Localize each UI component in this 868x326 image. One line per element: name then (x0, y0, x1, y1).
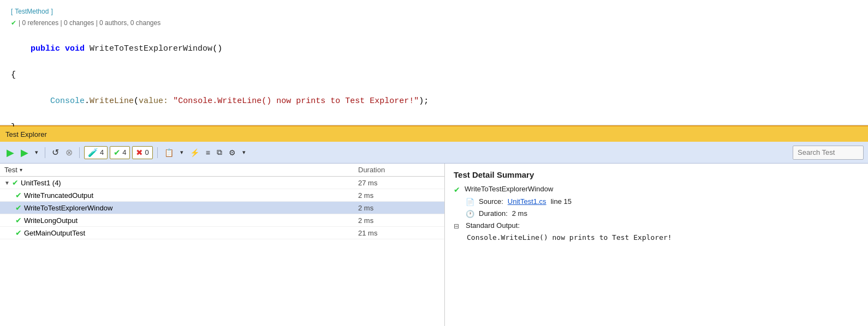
detail-duration-value: 2 ms (512, 209, 527, 218)
flask-count-button[interactable]: 🧪 4 (84, 146, 108, 159)
test-column-header[interactable]: Test ▾ (4, 166, 358, 174)
separator-3 (157, 147, 158, 158)
detail-status-icon: ✔ (454, 185, 460, 194)
code-body: Console.WriteLine(value: "Console.WriteL… (11, 82, 857, 121)
test-tree-pane: Test ▾ Duration ▼ ✔ UnitTest1 (4) 27 ms … (0, 164, 445, 326)
fail-count-button[interactable]: ✖ 0 (132, 146, 152, 159)
check-count-icon: ✔ (114, 148, 121, 158)
attribute-bracket-open: [ (11, 7, 13, 17)
gear-button[interactable]: ⚙ (227, 147, 238, 158)
playlist-dropdown[interactable]: ▾ (178, 148, 186, 157)
status-icon: ✔ (15, 191, 22, 200)
cancel-button[interactable]: ⊗ (63, 146, 75, 159)
detail-source-icon: 📄 (466, 198, 474, 206)
detail-test-name: WriteToTestExplorerWindow (465, 185, 553, 193)
run-button[interactable]: ▶ (19, 146, 31, 160)
tree-row[interactable]: ✔ WriteToTestExplorerWindow 2 ms (0, 202, 444, 214)
test-duration: 2 ms (358, 191, 440, 200)
search-test-input[interactable] (793, 146, 864, 160)
status-icon: ✔ (15, 228, 22, 237)
tree-row[interactable]: ▼ ✔ UnitTest1 (4) 27 ms (0, 177, 444, 189)
test-explorer-toolbar: ▶ ▶ ▾ ↺ ⊗ 🧪 4 ✔ 4 ✖ 0 📋 ▾ ⚡ ≡ ⧉ ⚙ ▾ (0, 142, 868, 164)
detail-std-output-label: Standard Output: (466, 221, 520, 230)
code-meta-info: ✔ | 0 references | 0 changes | 0 authors… (11, 18, 857, 28)
code-brace-open: { (11, 69, 857, 82)
test-explorer-content: Test ▾ Duration ▼ ✔ UnitTest1 (4) 27 ms … (0, 164, 868, 326)
test-name: WriteTruncatedOutput (24, 191, 356, 200)
detail-clock-icon: 🕐 (466, 210, 474, 218)
expand-icon: ▼ (4, 180, 10, 186)
dropdown-button[interactable]: ▾ (33, 148, 40, 157)
status-icon: ✔ (15, 216, 22, 225)
test-duration: 2 ms (358, 216, 440, 225)
test-detail-pane: Test Detail Summary ✔ WriteToTestExplore… (445, 164, 868, 326)
test-col-sort-icon: ▾ (20, 167, 22, 173)
detail-test-name-row: ✔ WriteToTestExplorerWindow (454, 185, 859, 194)
attribute-bracket-close: ] (51, 7, 52, 17)
detail-title: Test Detail Summary (454, 170, 859, 179)
detail-std-output-value: Console.WriteLine() now prints to Test E… (454, 233, 859, 242)
status-icon: ✔ (12, 178, 19, 187)
code-editor: [TestMethod] ✔ | 0 references | 0 change… (0, 0, 868, 125)
test-duration: 21 ms (358, 229, 440, 237)
fail-count: 0 (145, 148, 148, 156)
separator-2 (79, 147, 80, 158)
code-attribute-line: [TestMethod] (11, 7, 857, 17)
tree-row[interactable]: ✔ WriteLongOutput 2 ms (0, 214, 444, 227)
status-icon: ✔ (15, 203, 22, 212)
detail-duration-label: Duration: (479, 209, 508, 218)
group-button[interactable]: ≡ (204, 147, 212, 158)
refresh-button[interactable]: ↺ (50, 146, 61, 159)
test-duration: 27 ms (358, 179, 440, 187)
meta-check-icon: ✔ (11, 18, 16, 28)
run-all-button[interactable]: ▶ (4, 146, 16, 160)
duration-col-label: Duration (358, 166, 440, 174)
test-tree: ▼ ✔ UnitTest1 (4) 27 ms ✔ WriteTruncated… (0, 177, 444, 326)
detail-source-label: Source: (479, 197, 503, 206)
gear-dropdown[interactable]: ▾ (240, 148, 248, 157)
meta-references: | 0 references | 0 changes | 0 authors, … (19, 18, 160, 28)
lightning-button[interactable]: ⚡ (188, 147, 201, 158)
test-name: WriteLongOutput (24, 216, 356, 225)
check-count-button[interactable]: ✔ 4 (110, 146, 130, 159)
detail-source-row: 📄 Source: UnitTest1.cs line 15 (454, 197, 859, 206)
flask-icon: 🧪 (88, 148, 98, 158)
test-name: WriteToTestExplorerWindow (24, 204, 356, 212)
fail-count-icon: ✖ (136, 148, 143, 158)
test-explorer-panel: Test Explorer ▶ ▶ ▾ ↺ ⊗ 🧪 4 ✔ 4 ✖ 0 📋 ▾ … (0, 125, 868, 326)
test-col-label: Test (4, 166, 17, 174)
attribute-name: TestMethod (15, 7, 49, 17)
flask-count: 4 (100, 148, 104, 156)
tree-row[interactable]: ✔ WriteTruncatedOutput 2 ms (0, 189, 444, 202)
test-name: UnitTest1 (4) (21, 179, 356, 187)
test-name: GetMainOutputTest (24, 229, 356, 237)
check-count: 4 (122, 148, 126, 156)
detail-std-output-row: ⊟ Standard Output: (454, 221, 859, 230)
detail-duration-row: 🕐 Duration: 2 ms (454, 209, 859, 218)
playlist-button[interactable]: 📋 (162, 147, 176, 158)
detail-collapse-icon[interactable]: ⊟ (454, 222, 459, 230)
detail-source-line: line 15 (551, 197, 572, 206)
test-duration: 2 ms (358, 204, 440, 212)
tree-row[interactable]: ✔ GetMainOutputTest 21 ms (0, 227, 444, 239)
detail-source-file[interactable]: UnitTest1.cs (508, 197, 546, 206)
copy-button[interactable]: ⧉ (215, 147, 224, 158)
test-explorer-title: Test Explorer (5, 130, 47, 138)
separator-1 (45, 147, 45, 158)
code-signature: public void WriteToTestExplorerWindow() (11, 29, 857, 69)
column-header: Test ▾ Duration (0, 164, 444, 177)
test-explorer-titlebar: Test Explorer (0, 126, 868, 142)
